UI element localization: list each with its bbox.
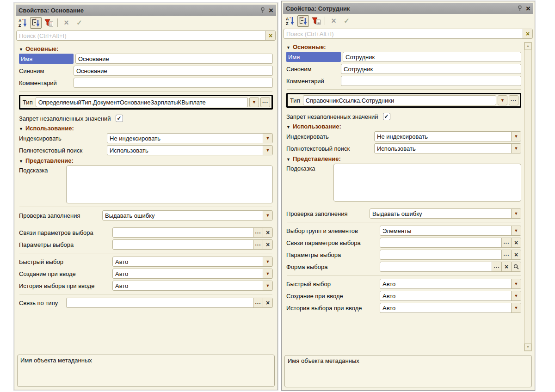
type-value-field[interactable]: ОпределяемыйТип.ДокументОснованиеЗарплат… (36, 97, 248, 107)
ellipsis-icon: ... (262, 98, 268, 104)
type-value-field[interactable]: СправочникСсылка.Сотрудники (303, 95, 496, 105)
quick-choice-label: Быстрый выбор (286, 281, 380, 288)
scroll-up-button[interactable]: ▲ (524, 43, 531, 50)
synonym-input[interactable] (341, 64, 521, 74)
filter-settings-button[interactable] (43, 17, 55, 29)
pin-icon[interactable] (518, 5, 522, 12)
quick-choice-select[interactable]: Авто ▼ (380, 279, 521, 289)
clear-button[interactable]: × (501, 262, 511, 271)
pin-icon[interactable] (260, 7, 265, 13)
clear-icon: × (266, 300, 270, 306)
dropdown-button[interactable]: ▼ (511, 209, 521, 218)
search-clear-button[interactable]: × (523, 29, 532, 38)
input-history-select[interactable]: Авто ▼ (112, 281, 273, 291)
indexing-row: Индексировать Не индексировать ▼ (19, 133, 273, 143)
dropdown-button[interactable]: ▼ (511, 291, 521, 300)
quick-choice-select[interactable]: Авто ▼ (112, 257, 273, 267)
clear-button[interactable]: × (263, 298, 272, 307)
create-on-input-select[interactable]: Авто ▼ (380, 291, 521, 301)
synonym-row: Синоним (286, 64, 521, 74)
type-link-field[interactable]: ... × (66, 298, 273, 308)
sort-alphabetical-button[interactable]: A Z * (17, 17, 29, 29)
sort-alphabetical-button[interactable]: A Z * (284, 15, 296, 27)
section-presentation[interactable]: ▼ Представление: (19, 157, 273, 164)
dropdown-button[interactable]: ▼ (511, 144, 521, 153)
open-form-button[interactable] (511, 262, 521, 271)
indexing-select[interactable]: Не индексировать ▼ (374, 131, 521, 141)
panel-titlebar[interactable]: Свойства: Основание × (16, 5, 276, 16)
dropdown-button[interactable]: ▼ (511, 279, 521, 288)
dropdown-button[interactable]: ▼ (263, 269, 272, 278)
clear-button[interactable]: × (263, 228, 272, 237)
separator (287, 222, 521, 222)
fill-check-select[interactable]: Выдавать ошибку ▼ (370, 208, 521, 219)
indexing-select[interactable]: Не индексировать ▼ (107, 133, 273, 143)
search-input[interactable] (17, 31, 265, 40)
name-input[interactable] (76, 54, 272, 63)
ellipsis-icon: ... (255, 299, 261, 305)
name-input[interactable] (343, 52, 521, 61)
synonym-input[interactable] (74, 66, 272, 75)
clear-button[interactable]: × (511, 250, 521, 259)
clear-button[interactable]: × (263, 240, 272, 249)
section-usage[interactable]: ▼ Использование: (19, 125, 273, 132)
ellipsis-button[interactable]: ... (253, 298, 263, 307)
tooltip-row: Подсказка (19, 165, 273, 203)
ellipsis-button[interactable]: ... (253, 228, 263, 237)
create-on-input-select[interactable]: Авто ▼ (112, 269, 273, 279)
dropdown-button[interactable]: ▼ (263, 211, 272, 220)
choice-param-links-row: Связи параметров выбора ... × (286, 238, 521, 248)
section-main[interactable]: ▼ Основные: (286, 43, 521, 50)
type-dropdown-button[interactable]: ▼ (498, 95, 507, 105)
comment-input[interactable] (74, 78, 272, 87)
search-clear-button[interactable]: × (265, 31, 275, 40)
type-dropdown-button[interactable]: ▼ (249, 97, 259, 107)
ellipsis-button[interactable]: ... (501, 238, 511, 247)
group-item-choice-select[interactable]: Элементы ▼ (380, 226, 521, 236)
search-input[interactable] (284, 29, 523, 38)
dropdown-button[interactable]: ▼ (263, 281, 272, 290)
ellipsis-button[interactable]: ... (253, 240, 263, 249)
clear-button[interactable]: × (511, 238, 521, 247)
choice-params-field[interactable]: ... × (112, 239, 273, 250)
svg-text:*: * (290, 16, 291, 20)
dropdown-button[interactable]: ▼ (511, 303, 521, 312)
vertical-scrollbar[interactable]: ▲ ▼ (524, 42, 532, 351)
close-button[interactable]: × (269, 6, 273, 14)
fulltext-search-select[interactable]: Использовать ▼ (374, 143, 521, 153)
filter-settings-button[interactable] (310, 15, 322, 27)
choice-form-label: Форма выбора (286, 263, 380, 270)
panel-titlebar[interactable]: Свойства: Сотрудник × (283, 3, 533, 14)
tooltip-textarea[interactable] (66, 165, 273, 203)
dropdown-button[interactable]: ▼ (263, 257, 272, 266)
choice-form-field[interactable]: ... × (380, 262, 521, 272)
forbid-empty-checkbox[interactable]: ✓ (383, 113, 390, 120)
sort-by-categories-button[interactable]: * (297, 15, 309, 27)
choice-param-links-field[interactable]: ... × (380, 238, 521, 248)
section-main[interactable]: ▼ Основные: (19, 45, 273, 52)
section-presentation[interactable]: ▼ Представление: (286, 155, 521, 162)
fill-check-select[interactable]: Выдавать ошибку ▼ (102, 210, 273, 220)
choice-param-links-field[interactable]: ... × (112, 227, 273, 238)
dropdown-button[interactable]: ▼ (511, 226, 521, 235)
close-button[interactable]: × (526, 5, 530, 12)
dropdown-button[interactable]: ▼ (263, 146, 272, 155)
section-usage[interactable]: ▼ Использование: (286, 123, 521, 130)
tooltip-textarea[interactable] (333, 164, 521, 202)
choice-params-field[interactable]: ... × (380, 250, 521, 260)
type-ellipsis-button[interactable]: ... (260, 97, 270, 107)
ellipsis-button[interactable]: ... (501, 250, 511, 259)
dropdown-button[interactable]: ▼ (263, 134, 272, 143)
input-history-select[interactable]: Авто ▼ (380, 303, 521, 313)
dropdown-button[interactable]: ▼ (511, 132, 521, 141)
panel-title: Свойства: Основание (18, 7, 257, 14)
separator (287, 205, 521, 205)
ellipsis-button[interactable]: ... (492, 262, 501, 271)
forbid-empty-checkbox[interactable]: ✓ (116, 115, 123, 122)
fulltext-search-select[interactable]: Использовать ▼ (107, 145, 273, 155)
toolbar-separator (325, 17, 325, 25)
sort-by-categories-button[interactable]: * (30, 17, 42, 29)
type-ellipsis-button[interactable]: ... (509, 95, 518, 105)
scroll-down-button[interactable]: ▼ (524, 343, 531, 351)
comment-input[interactable] (341, 76, 521, 86)
